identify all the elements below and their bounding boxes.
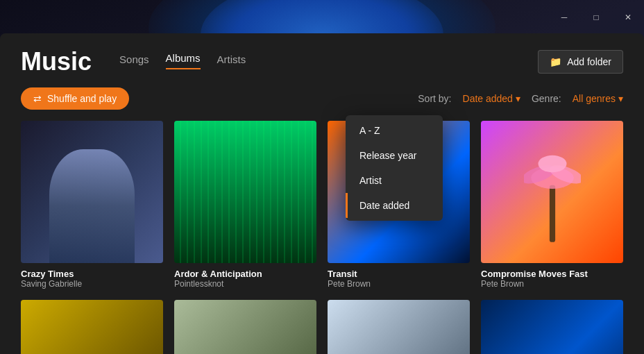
sort-dropdown-menu: A - Z Release year Artist Date added [346,115,443,221]
main-window: Music Songs Albums Artists 📁 Add folder … [0,33,644,354]
sort-value-text: Date added [463,93,513,104]
album-card-compromise[interactable]: Compromise Moves Fast Pete Brown [481,121,623,289]
album-card-r2c[interactable] [328,300,470,354]
album-grid: Crazy Times Saving Gabrielle Ardor & Ant… [0,121,644,354]
album-title-crazy-times: Crazy Times [21,269,163,279]
sort-option-date-added[interactable]: Date added [346,193,443,218]
tab-artists[interactable]: Artists [217,53,246,69]
chevron-down-icon: ▾ [516,93,520,104]
close-button[interactable]: ✕ [612,0,644,35]
header: Music Songs Albums Artists 📁 Add folder [0,33,644,76]
genre-value-text: All genres [573,93,616,104]
tab-songs[interactable]: Songs [119,53,149,69]
album-art-crazy-times [21,121,163,263]
tunnel-decoration [174,121,316,263]
shuffle-icon: ⇄ [33,93,42,104]
palm-tree-icon [524,135,581,264]
album-card-ardor[interactable]: Ardor & Anticipation Pointlessknot [174,121,316,289]
maximize-button[interactable]: □ [580,0,612,35]
add-folder-button[interactable]: 📁 Add folder [538,50,623,74]
album-art-r2d [481,300,623,354]
tab-albums[interactable]: Albums [166,52,201,69]
album-art-r2a [21,300,163,354]
album-card-crazy-times[interactable]: Crazy Times Saving Gabrielle [21,121,163,289]
sort-option-artist[interactable]: Artist [346,168,443,193]
titlebar-controls: ─ □ ✕ [548,0,644,35]
genre-label: Genre: [532,93,561,104]
nav-tabs: Songs Albums Artists [119,52,246,72]
album-artist-crazy-times: Saving Gabrielle [21,279,163,289]
toolbar: ⇄ Shuffle and play Sort by: Date added ▾… [0,76,644,121]
album-art-r2b [174,300,316,354]
album-artist-compromise: Pete Brown [481,279,623,289]
header-right: 📁 Add folder [538,50,623,74]
add-folder-label: Add folder [567,56,611,67]
chevron-down-icon-genre: ▾ [618,93,623,104]
sort-by-label: Sort by: [418,93,451,104]
album-title-compromise: Compromise Moves Fast [481,269,623,279]
album-card-r2b[interactable] [174,300,316,354]
folder-icon: 📁 [550,56,561,67]
sort-option-release-year[interactable]: Release year [346,143,443,168]
titlebar: ─ □ ✕ [0,0,644,35]
album-card-r2d[interactable] [481,300,623,354]
album-artist-ardor: Pointlessknot [174,279,316,289]
sort-dropdown-trigger[interactable]: Date added ▾ [463,93,520,104]
album-art-r2c [328,300,470,354]
album-card-r2a[interactable] [21,300,163,354]
minimize-button[interactable]: ─ [548,0,580,35]
album-title-transit: Transit [328,269,470,279]
shuffle-button[interactable]: ⇄ Shuffle and play [21,87,129,110]
app-title: Music [21,47,92,76]
svg-rect-0 [549,185,554,242]
genre-dropdown-trigger[interactable]: All genres ▾ [573,93,623,104]
shuffle-label: Shuffle and play [47,93,117,104]
album-artist-transit: Pete Brown [328,279,470,289]
sort-option-az[interactable]: A - Z [346,118,443,143]
sort-section: Sort by: Date added ▾ Genre: All genres … [418,93,623,104]
figure-decoration [49,149,135,263]
album-title-ardor: Ardor & Anticipation [174,269,316,279]
album-art-ardor [174,121,316,263]
album-art-compromise [481,121,623,263]
svg-point-4 [538,155,566,172]
